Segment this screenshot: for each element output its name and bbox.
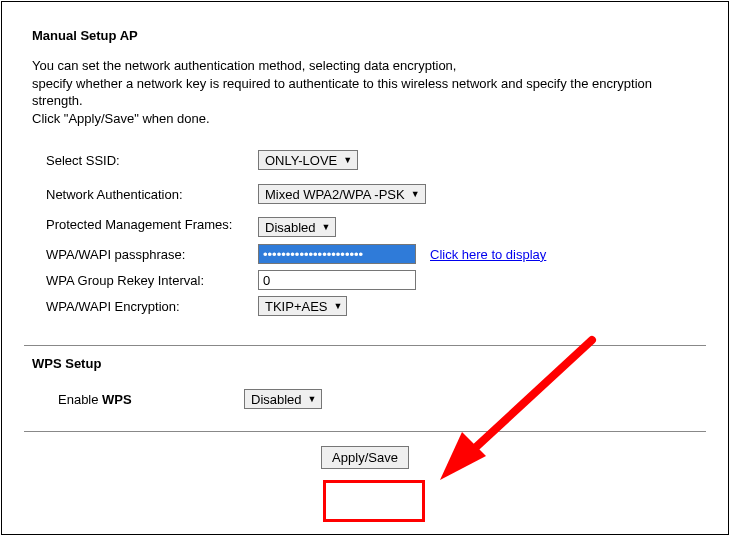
wps-select-value: Disabled [251,392,302,407]
encryption-select[interactable]: TKIP+AES ▼ [258,296,347,316]
rekey-input[interactable] [258,270,416,290]
intro-line-3: Click "Apply/Save" when done. [32,111,210,126]
separator [24,345,706,346]
ssid-select-value: ONLY-LOVE [265,153,337,168]
row-rekey: WPA Group Rekey Interval: [46,269,698,291]
label-passphrase: WPA/WAPI passphrase: [46,247,258,262]
annotation-highlight-box [323,480,425,522]
ssid-select[interactable]: ONLY-LOVE ▼ [258,150,358,170]
page-title: Manual Setup AP [32,28,698,43]
auth-select[interactable]: Mixed WPA2/WPA -PSK ▼ [258,184,426,204]
wps-title: WPS Setup [32,356,706,371]
row-passphrase: WPA/WAPI passphrase: Click here to displ… [46,243,698,265]
wps-select[interactable]: Disabled ▼ [244,389,322,409]
auth-select-value: Mixed WPA2/WPA -PSK [265,187,405,202]
apply-save-button[interactable]: Apply/Save [321,446,409,469]
button-row: Apply/Save [24,446,706,469]
intro-line-1: You can set the network authentication m… [32,58,456,73]
row-ssid: Select SSID: ONLY-LOVE ▼ [46,149,698,171]
intro-line-2: specify whether a network key is require… [32,76,652,109]
caret-down-icon: ▼ [308,395,317,404]
label-wps-bold: WPS [102,392,132,407]
encryption-select-value: TKIP+AES [265,299,328,314]
row-pmf: Protected Management Frames: Disabled ▼ [46,217,698,239]
pmf-select[interactable]: Disabled ▼ [258,217,336,237]
caret-down-icon: ▼ [343,156,352,165]
intro-text: You can set the network authentication m… [32,57,698,127]
manual-setup-form: Select SSID: ONLY-LOVE ▼ Network Authent… [46,149,698,317]
row-auth: Network Authentication: Mixed WPA2/WPA -… [46,183,698,205]
page-frame: Manual Setup AP You can set the network … [1,1,729,535]
label-wps-prefix: Enable [58,392,102,407]
row-wps: Enable WPS Disabled ▼ [58,389,698,409]
label-pmf: Protected Management Frames: [46,217,258,233]
display-passphrase-link[interactable]: Click here to display [430,247,546,262]
caret-down-icon: ▼ [322,223,331,232]
passphrase-input[interactable] [258,244,416,264]
label-ssid: Select SSID: [46,153,258,168]
label-auth: Network Authentication: [46,187,258,202]
separator [24,431,706,432]
label-encryption: WPA/WAPI Encryption: [46,299,258,314]
pmf-select-value: Disabled [265,220,316,235]
caret-down-icon: ▼ [411,190,420,199]
label-rekey: WPA Group Rekey Interval: [46,273,258,288]
row-encryption: WPA/WAPI Encryption: TKIP+AES ▼ [46,295,698,317]
caret-down-icon: ▼ [334,302,343,311]
label-wps: Enable WPS [58,392,244,407]
